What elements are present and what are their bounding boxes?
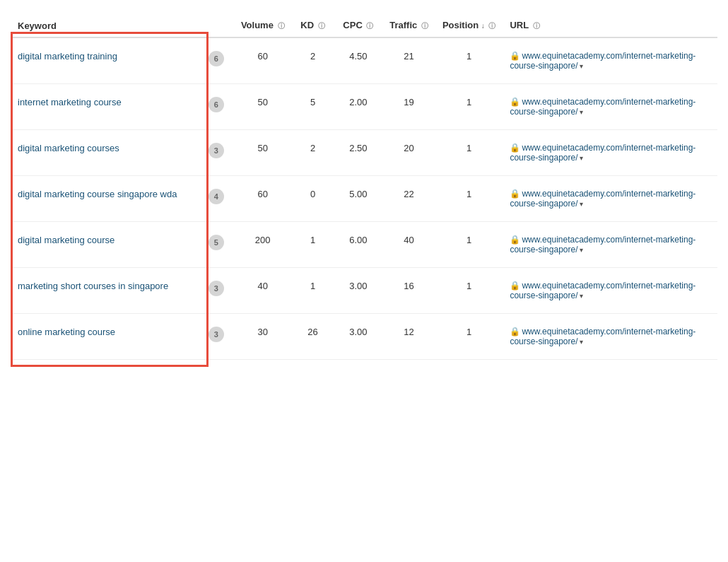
header-traffic: Traffic ⓘ <box>382 14 435 37</box>
lock-icon: 🔒 <box>510 143 520 153</box>
header-volume: Volume ⓘ <box>234 14 292 37</box>
header-position: Position ↓ ⓘ <box>435 14 503 37</box>
header-keyword: Keyword <box>11 14 199 37</box>
keyword-cell: digital marketing courses <box>11 130 199 176</box>
keyword-link[interactable]: online marketing course <box>18 327 115 337</box>
badge-cell: 6 <box>199 37 234 84</box>
badge-cell: 4 <box>199 176 234 222</box>
volume-cell: 60 <box>234 37 292 84</box>
kd-cell: 2 <box>292 130 334 176</box>
cpc-cell: 3.00 <box>334 268 383 314</box>
position-cell: 1 <box>435 176 503 222</box>
table-row: digital marketing course 5 200 1 6.00 40… <box>11 222 717 268</box>
keyword-cell: online marketing course <box>11 314 199 360</box>
url-dropdown-icon[interactable]: ▾ <box>580 62 583 70</box>
keyword-cell: digital marketing training <box>11 37 199 84</box>
volume-cell: 60 <box>234 176 292 222</box>
lock-icon: 🔒 <box>510 97 520 107</box>
kd-cell: 0 <box>292 176 334 222</box>
traffic-cell: 40 <box>382 222 435 268</box>
kd-cell: 26 <box>292 314 334 360</box>
url-cell: 🔒www.equinetacademy.com/internet-marketi… <box>503 84 717 130</box>
url-cell: 🔒www.equinetacademy.com/internet-marketi… <box>503 130 717 176</box>
url-dropdown-icon[interactable]: ▾ <box>580 246 583 254</box>
volume-cell: 30 <box>234 314 292 360</box>
lock-icon: 🔒 <box>510 235 520 245</box>
header-url: URL ⓘ <box>503 14 717 37</box>
url-dropdown-icon[interactable]: ▾ <box>580 200 583 208</box>
keyword-table: Keyword Volume ⓘ KD ⓘ CPC ⓘ <box>11 14 717 360</box>
lock-icon: 🔒 <box>510 51 520 61</box>
table-row: marketing short courses in singapore 3 4… <box>11 268 717 314</box>
cpc-cell: 2.00 <box>334 84 383 130</box>
header-cpc: CPC ⓘ <box>334 14 383 37</box>
volume-cell: 50 <box>234 130 292 176</box>
header-kd: KD ⓘ <box>292 14 334 37</box>
volume-cell: 40 <box>234 268 292 314</box>
badge: 4 <box>209 189 224 204</box>
table-container: Keyword Volume ⓘ KD ⓘ CPC ⓘ <box>0 0 728 374</box>
position-cell: 1 <box>435 130 503 176</box>
cpc-cell: 2.50 <box>334 130 383 176</box>
traffic-cell: 22 <box>382 176 435 222</box>
table-row: internet marketing course 6 50 5 2.00 19… <box>11 84 717 130</box>
url-dropdown-icon[interactable]: ▾ <box>580 108 583 116</box>
badge-cell: 3 <box>199 314 234 360</box>
table-header-row: Keyword Volume ⓘ KD ⓘ CPC ⓘ <box>11 14 717 37</box>
volume-cell: 50 <box>234 84 292 130</box>
keyword-cell: marketing short courses in singapore <box>11 268 199 314</box>
badge: 3 <box>209 281 224 296</box>
url-dropdown-icon[interactable]: ▾ <box>580 154 583 162</box>
keyword-link[interactable]: digital marketing course singapore wda <box>18 189 177 199</box>
table-row: online marketing course 3 30 26 3.00 12 … <box>11 314 717 360</box>
lock-icon: 🔒 <box>510 281 520 291</box>
keyword-table-wrapper: Keyword Volume ⓘ KD ⓘ CPC ⓘ <box>11 7 717 367</box>
volume-info-icon[interactable]: ⓘ <box>278 21 285 31</box>
position-cell: 1 <box>435 268 503 314</box>
keyword-link[interactable]: marketing short courses in singapore <box>18 281 168 291</box>
kd-info-icon[interactable]: ⓘ <box>318 21 325 31</box>
traffic-info-icon[interactable]: ⓘ <box>421 21 428 31</box>
keyword-link[interactable]: internet marketing course <box>18 97 122 107</box>
keyword-link[interactable]: digital marketing courses <box>18 143 119 153</box>
badge: 6 <box>209 97 224 112</box>
traffic-cell: 20 <box>382 130 435 176</box>
traffic-cell: 21 <box>382 37 435 84</box>
badge: 3 <box>209 327 224 342</box>
url-dropdown-icon[interactable]: ▾ <box>580 292 583 300</box>
keyword-cell: internet marketing course <box>11 84 199 130</box>
table-row: digital marketing course singapore wda 4… <box>11 176 717 222</box>
position-cell: 1 <box>435 37 503 84</box>
keyword-link[interactable]: digital marketing course <box>18 235 115 245</box>
badge: 5 <box>209 235 224 250</box>
url-cell: 🔒www.equinetacademy.com/internet-marketi… <box>503 314 717 360</box>
cpc-cell: 6.00 <box>334 222 383 268</box>
badge: 6 <box>209 51 224 66</box>
traffic-cell: 19 <box>382 84 435 130</box>
badge-cell: 3 <box>199 268 234 314</box>
url-info-icon[interactable]: ⓘ <box>533 21 540 31</box>
position-cell: 1 <box>435 84 503 130</box>
traffic-cell: 16 <box>382 268 435 314</box>
position-sort-icon[interactable]: ↓ <box>481 22 485 30</box>
kd-cell: 1 <box>292 268 334 314</box>
url-cell: 🔒www.equinetacademy.com/internet-marketi… <box>503 222 717 268</box>
position-cell: 1 <box>435 222 503 268</box>
table-body: digital marketing training 6 60 2 4.50 2… <box>11 37 717 360</box>
keyword-link[interactable]: digital marketing training <box>18 51 117 62</box>
url-cell: 🔒www.equinetacademy.com/internet-marketi… <box>503 176 717 222</box>
url-cell: 🔒www.equinetacademy.com/internet-marketi… <box>503 37 717 84</box>
position-cell: 1 <box>435 314 503 360</box>
kd-cell: 1 <box>292 222 334 268</box>
table-row: digital marketing courses 3 50 2 2.50 20… <box>11 130 717 176</box>
lock-icon: 🔒 <box>510 327 520 336</box>
position-info-icon[interactable]: ⓘ <box>488 21 495 31</box>
cpc-info-icon[interactable]: ⓘ <box>366 21 373 31</box>
badge-cell: 5 <box>199 222 234 268</box>
url-dropdown-icon[interactable]: ▾ <box>580 338 583 346</box>
badge: 3 <box>209 143 224 158</box>
traffic-cell: 12 <box>382 314 435 360</box>
volume-cell: 200 <box>234 222 292 268</box>
kd-cell: 5 <box>292 84 334 130</box>
keyword-cell: digital marketing course singapore wda <box>11 176 199 222</box>
